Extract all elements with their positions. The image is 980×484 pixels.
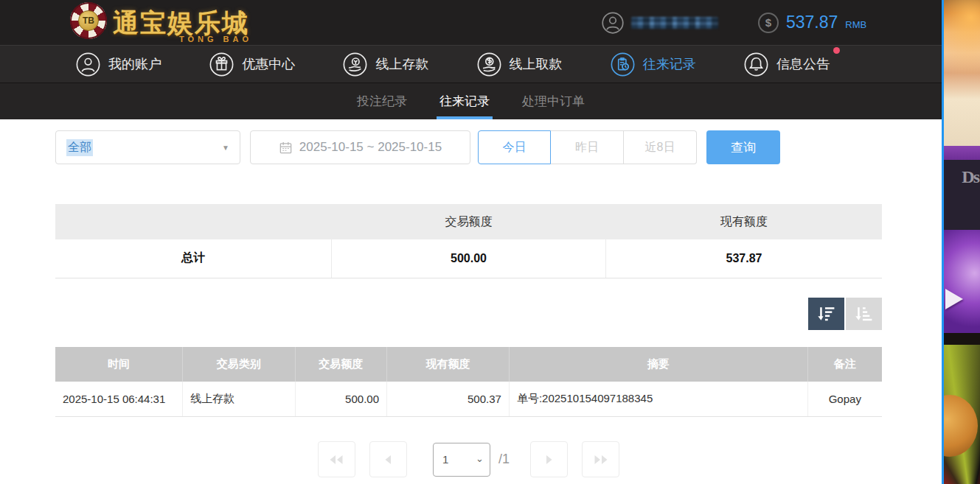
type-select[interactable]: 全部 ▼ [55, 130, 240, 164]
summary-header-current-amount: 现有额度 [606, 204, 882, 239]
nav-item-withdraw[interactable]: 线上取款 [477, 52, 563, 77]
prev-page-button[interactable] [369, 441, 407, 477]
summary-total-trade-amount: 500.00 [331, 239, 605, 278]
records-icon [611, 52, 635, 77]
sub-tabs: 投注纪录 往来记录 处理中订单 [0, 83, 942, 119]
nav-item-transactions[interactable]: 往来记录 [611, 52, 696, 77]
last-page-button[interactable] [582, 441, 619, 477]
banner-model-photo [944, 0, 980, 146]
summary-total-current-amount: 537.87 [606, 239, 882, 278]
nav-item-label: 我的账户 [108, 55, 161, 73]
table-row: 2025-10-15 06:44:31 线上存款 500.00 500.37 单… [55, 382, 882, 417]
gift-icon [209, 52, 234, 77]
app-window: TB 通宝娱乐城 TONG BAO $ 537.87 RMB [0, 0, 980, 484]
tab-label: 投注纪录 [357, 93, 407, 110]
col-header-summary: 摘要 [509, 347, 807, 382]
top-bar: TB 通宝娱乐城 TONG BAO $ 537.87 RMB [0, 0, 942, 46]
summary-total-label: 总计 [55, 239, 331, 278]
nav-item-my-account[interactable]: 我的账户 [76, 52, 161, 77]
tab-label: 往来记录 [439, 93, 490, 110]
tab-transaction-records[interactable]: 往来记录 [438, 83, 491, 119]
quick-filter-group: 今日 昨日 近8日 [478, 130, 697, 164]
banner-play-block [944, 230, 980, 333]
main-nav: 我的账户 优惠中心 线上存款 [0, 46, 942, 83]
nav-item-promotions[interactable]: 优惠中心 [209, 52, 295, 77]
sort-ascending-button[interactable] [846, 298, 882, 330]
nav-item-label: 线上存款 [375, 55, 428, 73]
balance-amount: 537.87 [786, 13, 838, 32]
chevron-down-icon: ▼ [222, 144, 229, 152]
main-column: TB 通宝娱乐城 TONG BAO $ 537.87 RMB [0, 0, 942, 484]
summary-header-row: 交易额度 现有额度 [55, 204, 882, 239]
type-select-value: 全部 [66, 139, 93, 156]
withdraw-icon [477, 52, 501, 77]
left-arrow-icon [383, 454, 393, 466]
nav-item-label: 往来记录 [643, 55, 696, 73]
sort-ascending-icon [854, 304, 874, 323]
cell-summary: 单号:202510154097188345 [509, 382, 807, 417]
page-select[interactable]: 1 [433, 443, 490, 477]
nav-item-announcements[interactable]: 信息公告 [744, 52, 830, 77]
tab-pending-orders[interactable]: 处理中订单 [521, 83, 586, 119]
summary-header-empty [55, 204, 331, 239]
poker-chip-icon: TB [70, 2, 107, 39]
cell-trade-amount: 500.00 [295, 382, 386, 417]
right-arrow-icon [544, 454, 555, 466]
deposit-icon [343, 52, 367, 77]
sort-descending-button[interactable] [808, 298, 844, 330]
date-range-value: 2025-10-15 ~ 2025-10-15 [299, 140, 442, 155]
dollar-icon: $ [758, 13, 779, 33]
quick-yesterday-button[interactable]: 昨日 [551, 130, 624, 164]
balance: $ 537.87 RMB [758, 13, 866, 33]
double-left-arrow-icon [328, 454, 344, 466]
banner-logo-block: Ds [944, 160, 980, 230]
col-header-time: 时间 [55, 347, 183, 382]
records-table: 时间 交易类别 交易额度 现有额度 摘要 备注 2025-10-15 06:44… [55, 347, 882, 418]
banner-logo-text: Ds [962, 167, 979, 187]
banner-purple-strip [944, 146, 980, 160]
user-avatar-icon [602, 12, 624, 34]
chip-monogram: TB [78, 10, 99, 31]
filter-bar: 全部 ▼ 2025-10-15 ~ 2025-10-15 今日 昨日 近8日 查… [55, 130, 882, 164]
notification-dot [833, 47, 840, 54]
summary-total-row: 总计 500.00 537.87 [55, 239, 882, 278]
records-header-row: 时间 交易类别 交易额度 现有额度 摘要 备注 [55, 347, 882, 382]
user-info[interactable] [602, 12, 718, 34]
bell-icon [744, 52, 768, 77]
next-page-button[interactable] [530, 441, 568, 477]
promo-banner[interactable]: Ds [942, 0, 980, 484]
page-select-wrap: 1 ⌄ [433, 443, 490, 477]
search-button[interactable]: 查询 [706, 130, 780, 164]
page-total: /1 [498, 452, 510, 467]
summary-table: 交易额度 现有额度 总计 500.00 537.87 [55, 204, 882, 278]
brand-subtitle: TONG BAO [179, 35, 252, 43]
sort-controls [55, 298, 882, 330]
brand-title: 通宝娱乐城 [113, 10, 249, 35]
quick-last8days-button[interactable]: 近8日 [624, 130, 697, 164]
brand-logo[interactable]: TB 通宝娱乐城 TONG BAO [70, 7, 254, 39]
first-page-button[interactable] [318, 441, 355, 477]
nav-item-label: 优惠中心 [242, 55, 295, 73]
sort-descending-icon [816, 304, 836, 323]
calendar-icon [279, 141, 293, 155]
pagination: 1 ⌄ /1 [55, 441, 882, 477]
content-area: 全部 ▼ 2025-10-15 ~ 2025-10-15 今日 昨日 近8日 查… [0, 119, 942, 484]
nav-item-label: 信息公告 [776, 55, 830, 73]
tab-betting-records[interactable]: 投注纪录 [355, 83, 409, 119]
quick-today-button[interactable]: 今日 [478, 130, 551, 164]
double-right-arrow-icon [593, 454, 609, 466]
summary-header-trade-amount: 交易额度 [331, 204, 605, 239]
col-header-trade-amount: 交易额度 [295, 347, 386, 382]
cell-current-amount: 500.37 [387, 382, 510, 417]
cell-time: 2025-10-15 06:44:31 [55, 382, 183, 417]
nav-item-label: 线上取款 [510, 55, 563, 73]
user-icon [76, 52, 100, 77]
col-header-type: 交易类别 [183, 347, 295, 382]
nav-item-deposit[interactable]: 线上存款 [343, 52, 428, 77]
col-header-note: 备注 [807, 347, 882, 382]
col-header-current-amount: 现有额度 [387, 347, 510, 382]
balance-currency: RMB [845, 19, 866, 30]
date-range-input[interactable]: 2025-10-15 ~ 2025-10-15 [250, 130, 470, 164]
username-redacted [631, 17, 718, 29]
play-icon[interactable] [945, 289, 963, 309]
